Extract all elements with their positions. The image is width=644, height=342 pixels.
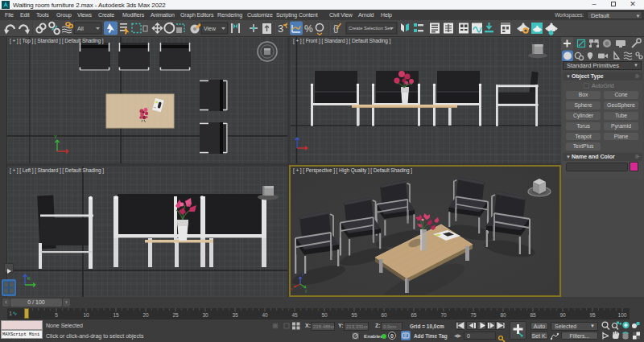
- svg-text:75: 75: [470, 312, 477, 318]
- svg-text:70: 70: [440, 312, 447, 318]
- svg-text:20: 20: [142, 312, 149, 318]
- svg-text:60: 60: [381, 312, 387, 318]
- svg-text:65: 65: [411, 312, 417, 318]
- svg-text:55: 55: [351, 312, 357, 318]
- svg-text:25: 25: [172, 312, 179, 318]
- svg-text:85: 85: [530, 312, 536, 318]
- svg-text:100: 100: [618, 312, 627, 318]
- svg-text:50: 50: [321, 312, 328, 318]
- svg-text:3: 3: [278, 23, 283, 35]
- svg-text:35: 35: [232, 312, 238, 318]
- svg-text:Y: Y: [54, 134, 57, 139]
- svg-text:45: 45: [291, 312, 298, 318]
- svg-text:%: %: [304, 23, 313, 35]
- svg-text:Create Selection Set: Create Selection Set: [349, 26, 392, 31]
- svg-text:80: 80: [500, 312, 506, 318]
- svg-text:View: View: [204, 26, 217, 31]
- svg-text:40: 40: [262, 312, 268, 318]
- svg-text:95: 95: [589, 312, 596, 318]
- svg-text:K: K: [27, 276, 31, 281]
- svg-text:90: 90: [559, 312, 566, 318]
- svg-text:10: 10: [83, 312, 89, 318]
- svg-text:30: 30: [202, 312, 208, 318]
- svg-text:5: 5: [55, 312, 58, 318]
- svg-text:15: 15: [113, 312, 119, 318]
- svg-text:All: All: [77, 26, 84, 31]
